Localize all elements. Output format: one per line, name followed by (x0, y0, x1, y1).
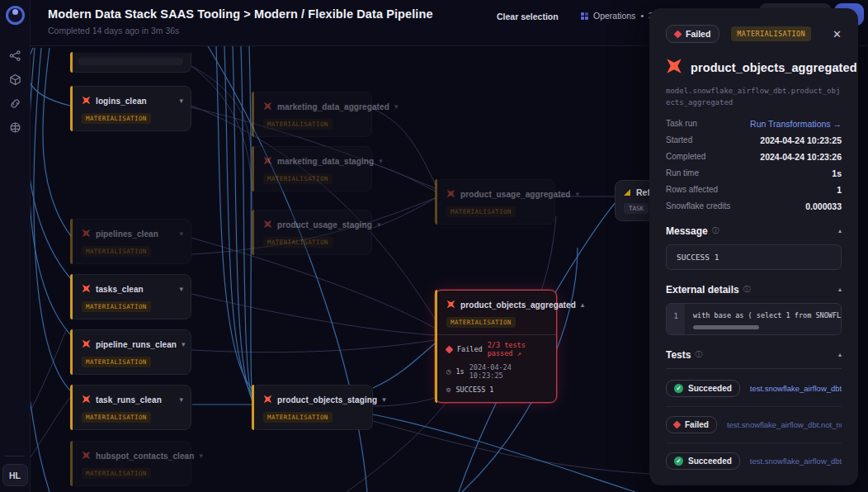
field-row: Started 2024-04-24 10:23:25 (666, 135, 842, 145)
dbt-icon (82, 337, 91, 352)
dbt-icon (82, 226, 91, 241)
node-accent-bar (252, 92, 254, 137)
chevron-down-icon[interactable]: ▾ (382, 396, 386, 404)
node-label: product_objects_aggregated (460, 300, 576, 310)
test-status-badge: ✓Succeeded (666, 452, 740, 470)
field-row: Run time 1s (666, 168, 842, 178)
code-line-number: 1 (667, 304, 685, 334)
graph-node-logins-clean[interactable]: logins_clean ▾ MATERIALISATION (70, 86, 191, 131)
left-sidebar: HL (0, 0, 31, 492)
node-runtime: 1s (455, 367, 464, 376)
node-type-badge: MATERIALISATION (82, 357, 151, 367)
chevron-down-icon[interactable]: ▾ (179, 97, 183, 105)
horizontal-scrollbar[interactable] (693, 325, 759, 329)
node-status: Failed (457, 345, 483, 353)
field-label: Completed (666, 152, 705, 161)
node-accent-bar (252, 210, 254, 255)
message-heading: Message (666, 225, 708, 237)
test-link[interactable]: test.snowflake_airflow_dbt.unique_pro (750, 384, 842, 393)
close-icon[interactable]: ✕ (833, 29, 842, 40)
chevron-down-icon[interactable]: ▾ (377, 221, 381, 229)
node-label: marketing_data_aggregated (277, 102, 389, 111)
node-partial-body (78, 58, 183, 65)
chevron-down-icon[interactable]: ▾ (179, 230, 183, 238)
graph-node-hubspot-contacts-clean[interactable]: hubspot_contacts_clean ▾ MATERIALISATION (70, 441, 191, 486)
field-value: 2024-04-24 10:23:25 (760, 135, 842, 145)
node-type-badge: MATERIALISATION (82, 412, 151, 423)
node-accent-bar (435, 179, 437, 225)
operations-counter[interactable]: Operations • 35 (581, 11, 658, 21)
clear-selection-button[interactable]: Clear selection (497, 12, 559, 21)
graph-node-marketing-data-staging[interactable]: marketing_data_staging ▾ MATERIALISATION (252, 146, 372, 192)
dbt-icon (82, 392, 91, 407)
tests-summary-link[interactable]: 2/3 tests passed ↗ (488, 341, 549, 357)
app-logo-icon[interactable] (6, 6, 25, 25)
node-label: logins_clean (96, 97, 147, 106)
info-icon[interactable]: ⓘ (695, 349, 702, 360)
graph-node-tasks-clean[interactable]: tasks_clean ▾ MATERIALISATION (70, 274, 191, 319)
node-type-badge: MATERIALISATION (82, 246, 151, 257)
chevron-up-icon[interactable]: ▴ (581, 301, 585, 309)
chevron-down-icon[interactable]: ▾ (179, 396, 183, 404)
node-accent-bar (70, 219, 73, 264)
test-link[interactable]: test.snowflake_airflow_dbt.not_null_pr (727, 420, 842, 429)
graph-node-marketing-data-aggregated[interactable]: marketing_data_aggregated ▾ MATERIALISAT… (252, 92, 372, 137)
status-badge: Failed (666, 25, 719, 43)
node-label: pipelines_clean (96, 229, 158, 239)
collapse-icon[interactable]: ▴ (838, 227, 842, 234)
info-icon[interactable]: ⓘ (712, 225, 719, 236)
sidebar-divider (5, 456, 25, 457)
dot-separator: • (640, 11, 644, 21)
graph-node-pipeline-runs-clean[interactable]: pipeline_runs_clean ▾ MATERIALISATION (70, 329, 191, 375)
graph-node-product-objects-staging[interactable]: product_objects_staging ▾ MATERIALISATIO… (252, 385, 373, 430)
graph-node-task-runs-clean[interactable]: task_runs_clean ▾ MATERIALISATION (70, 385, 191, 430)
node-accent-bar (435, 290, 437, 403)
task-type-badge: TASK (624, 203, 649, 214)
test-status-badge: Failed (666, 416, 717, 433)
node-accent-bar (70, 86, 73, 131)
chevron-down-icon[interactable]: ▾ (379, 158, 383, 165)
graph-node-product-usage-aggregated[interactable]: product_usage_aggregated ▾ MATERIALISATI… (435, 179, 555, 225)
chevron-down-icon[interactable]: ▾ (394, 103, 399, 111)
dbt-icon (446, 297, 455, 312)
field-value: 2024-04-24 10:23:26 (760, 152, 842, 162)
chevron-down-icon[interactable]: ▾ (179, 286, 183, 293)
collapse-icon[interactable]: ▴ (838, 351, 842, 358)
tests-heading: Tests (666, 349, 691, 361)
graph-node-partial-top[interactable] (70, 53, 191, 73)
test-link[interactable]: test.snowflake_airflow_dbt.not_null_pr (750, 457, 842, 466)
chevron-down-icon[interactable]: ▾ (199, 452, 203, 460)
chevron-down-icon[interactable]: ▾ (182, 341, 186, 348)
node-accent-bar (70, 329, 73, 375)
node-type-badge: MATERIALISATION (263, 119, 333, 130)
dbt-icon (263, 217, 272, 232)
field-label: Snowflake credits (666, 201, 730, 211)
pipeline-graph-icon[interactable] (9, 50, 21, 62)
collapse-icon[interactable]: ▴ (838, 286, 842, 293)
node-type-badge: MATERIALISATION (263, 412, 333, 423)
task-run-link[interactable]: Run Transformations → (750, 119, 842, 129)
node-accent-bar (70, 52, 73, 73)
failed-diamond-icon (673, 420, 682, 428)
node-type-badge: MATERIALISATION (263, 173, 333, 184)
user-avatar[interactable]: HL (2, 464, 28, 486)
node-type-badge: MATERIALISATION (82, 468, 151, 479)
field-row: Snowflake credits 0.000033 (666, 201, 842, 211)
data-globe-icon[interactable] (9, 121, 21, 134)
field-label: Started (666, 135, 692, 144)
dbt-icon (82, 93, 91, 108)
integrations-cube-icon[interactable] (9, 73, 21, 86)
node-timestamp: 2024-04-24 10:23:25 (469, 363, 549, 380)
dbt-icon (446, 187, 455, 201)
sql-code-block: 1 with base as ( select 1 from SNOWFLAKE (666, 303, 842, 335)
test-row: Failed test.snowflake_airflow_dbt.not_nu… (666, 407, 842, 443)
graph-node-product-usage-staging[interactable]: product_usage_staging ▾ MATERIALISATION (252, 210, 372, 255)
failed-diamond-icon (446, 345, 454, 353)
info-icon[interactable]: ⓘ (743, 284, 751, 295)
materialisation-badge: MATERIALISATION (731, 26, 811, 41)
graph-node-product-objects-aggregated-selected[interactable]: product_objects_aggregated ▴ MATERIALISA… (435, 290, 557, 403)
page-title: Modern Data Stack SAAS Tooling > Modern … (48, 7, 433, 21)
connections-link-icon[interactable] (9, 97, 21, 110)
graph-node-pipelines-clean[interactable]: pipelines_clean ▾ MATERIALISATION (70, 219, 191, 264)
chevron-down-icon[interactable]: ▾ (576, 191, 580, 198)
